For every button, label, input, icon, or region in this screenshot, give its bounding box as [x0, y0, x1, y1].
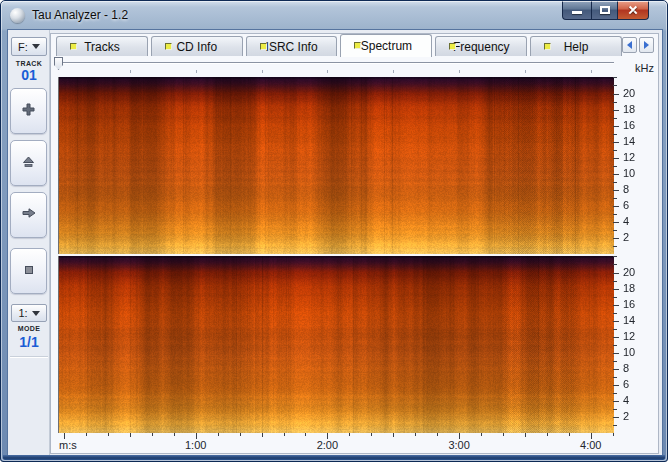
track-number: 01: [8, 67, 50, 83]
time-tick: [130, 433, 131, 437]
freq-tick: [613, 409, 617, 410]
spectrogram-channel-1: [58, 77, 614, 254]
freq-tick-label: 16: [623, 120, 647, 131]
client-area: F: TRACK 01 1: MODE 1/1 TracksCD InfoISR…: [8, 30, 662, 455]
tab-label: Spectrum: [361, 39, 412, 53]
tab-led-icon: [449, 43, 456, 50]
freq-tick-label: 20: [623, 88, 647, 99]
time-tick: [218, 433, 219, 436]
minimize-icon: [572, 11, 582, 14]
freq-tick: [613, 158, 619, 159]
freq-tick-label: 12: [623, 331, 647, 342]
maximize-button[interactable]: [591, 1, 618, 20]
chevron-down-icon: [32, 44, 40, 49]
time-tick: [437, 433, 438, 436]
freq-tick: [613, 222, 619, 223]
freq-tick: [613, 230, 617, 231]
spectrum-panel: TracksCD InfoISRC InfoSpectrumFrequencyH…: [50, 33, 659, 454]
time-tick: [86, 433, 87, 436]
plus-button[interactable]: [10, 88, 47, 134]
mode-caption: MODE: [8, 325, 50, 332]
freq-tick-label: 10: [623, 347, 647, 358]
freq-tick: [613, 305, 619, 306]
time-tick: [305, 433, 306, 436]
arrow-right-icon: [21, 206, 37, 224]
tab-tracks[interactable]: Tracks: [56, 36, 148, 56]
slider-tick: [262, 70, 263, 73]
freq-tick: [613, 385, 619, 386]
tab-led-icon: [70, 43, 77, 50]
freq-tick-label: 12: [623, 152, 647, 163]
tab-led-icon: [165, 43, 172, 50]
tab-scroll-right-button[interactable]: [639, 37, 654, 53]
freq-tick-label: 8: [623, 363, 647, 374]
freq-tick: [613, 102, 617, 103]
eject-button[interactable]: [10, 140, 47, 186]
freq-tick-label: 8: [623, 184, 647, 195]
tab-help[interactable]: Help: [530, 36, 622, 56]
close-button[interactable]: [618, 1, 649, 20]
position-slider-track[interactable]: [58, 62, 614, 63]
freq-tick: [613, 85, 617, 86]
minimize-button[interactable]: [562, 1, 591, 20]
drive-select[interactable]: F:: [11, 37, 47, 56]
tab-spectrum[interactable]: Spectrum: [340, 34, 432, 57]
freq-tick-label: 6: [623, 200, 647, 211]
tab-label: ISRC Info: [266, 40, 318, 54]
drive-select-value: F:: [18, 41, 28, 53]
mode-select[interactable]: 1:: [11, 304, 47, 322]
freq-tick-label: 4: [623, 216, 647, 227]
tab-led-icon: [260, 43, 267, 50]
close-icon: [627, 4, 639, 16]
freq-tick: [613, 214, 617, 215]
caption-buttons: [562, 1, 649, 20]
time-tick: [240, 433, 241, 436]
time-tick: [569, 433, 570, 436]
arrow-right-button[interactable]: [10, 192, 47, 238]
tab-frequency[interactable]: Frequency: [435, 36, 527, 56]
slider-tick: [591, 70, 592, 73]
time-tick: [371, 433, 372, 436]
freq-tick: [613, 337, 619, 338]
freq-tick-label: 20: [623, 267, 647, 278]
mode-value: 1/1: [8, 334, 50, 350]
slider-tick: [459, 70, 460, 73]
freq-tick-label: 2: [623, 411, 647, 422]
tab-label: CD Info: [176, 40, 217, 54]
freq-tick: [613, 77, 617, 78]
freq-tick: [613, 174, 619, 175]
freq-tick: [613, 94, 619, 95]
freq-tick: [613, 297, 617, 298]
slider-tick: [525, 70, 526, 73]
eject-icon: [21, 154, 36, 173]
time-tick: [393, 433, 394, 437]
tab-scroll-left-button[interactable]: [622, 37, 637, 53]
time-tick: [262, 433, 263, 437]
tab-isrc-info[interactable]: ISRC Info: [246, 36, 338, 56]
position-slider-thumb[interactable]: [54, 57, 63, 70]
freq-tick-label: 10: [623, 168, 647, 179]
title-bar[interactable]: Tau Analyzer - 1.2: [1, 1, 667, 30]
spectrogram-channel-2: [58, 256, 614, 433]
time-tick-label: 4:00: [574, 439, 608, 451]
freq-tick: [613, 182, 617, 183]
tab-led-icon: [544, 43, 551, 50]
time-tick: [174, 433, 175, 436]
maximize-icon: [600, 6, 610, 14]
freq-tick-label: 18: [623, 283, 647, 294]
freq-tick: [613, 246, 617, 247]
time-tick: [108, 433, 109, 436]
slider-tick: [130, 70, 131, 73]
tab-label: Frequency: [453, 40, 510, 54]
time-tick-label: 2:00: [310, 439, 344, 451]
window-frame-bottom: [3, 455, 665, 460]
track-caption: TRACK: [8, 60, 50, 67]
arrow-left-icon: [627, 41, 632, 49]
stop-button[interactable]: [10, 248, 47, 294]
freq-tick: [613, 110, 619, 111]
tab-cd-info[interactable]: CD Info: [151, 36, 243, 56]
tab-led-icon: [354, 42, 361, 49]
freq-tick: [613, 361, 617, 362]
freq-tick: [613, 401, 619, 402]
freq-tick: [613, 321, 619, 322]
